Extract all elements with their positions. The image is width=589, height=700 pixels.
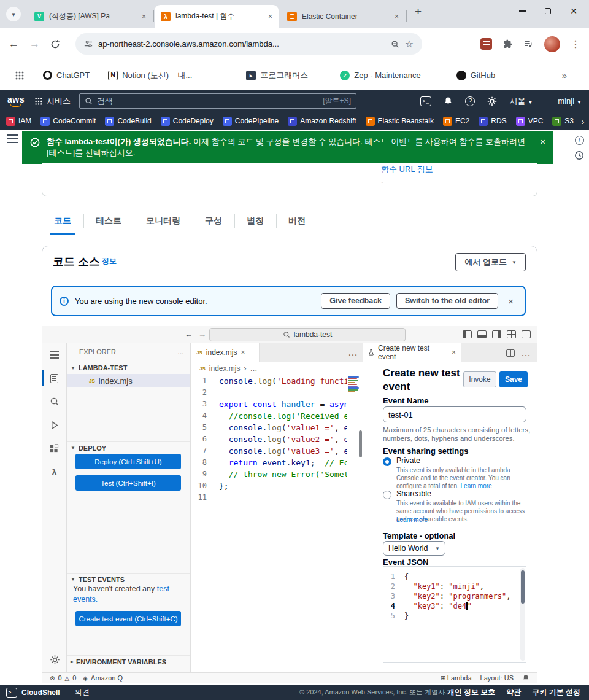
more-actions-icon[interactable]: … xyxy=(521,348,531,359)
amazon-q-label[interactable]: Amazon Q xyxy=(91,674,123,682)
explorer-button[interactable] xyxy=(42,367,66,390)
switch-old-editor-button[interactable]: Switch to the old editor xyxy=(396,293,498,309)
shareable-radio[interactable] xyxy=(383,491,391,499)
flash-close-icon[interactable]: × xyxy=(540,136,545,147)
extensions-puzzle-icon[interactable] xyxy=(502,39,513,49)
apps-grid-icon[interactable] xyxy=(15,71,25,80)
aws-search-box[interactable]: 검색 [알트+S] xyxy=(79,93,356,109)
reload-icon[interactable] xyxy=(50,39,60,49)
toggle-panel-icon[interactable] xyxy=(477,330,487,338)
window-minimize-button[interactable] xyxy=(509,0,535,22)
window-close-button[interactable]: ✕ xyxy=(561,0,587,22)
editor-tab-index-mjs[interactable]: JS index.mjs × xyxy=(191,343,260,362)
test-events-section[interactable]: ▼TEST EVENTS xyxy=(67,573,190,585)
help-icon[interactable]: ? xyxy=(465,96,475,106)
favorite-ec2[interactable]: EC2 xyxy=(443,117,469,126)
notifications-bell-icon[interactable] xyxy=(522,674,529,682)
upload-from-button[interactable]: 에서 업로드▼ xyxy=(455,253,526,271)
zoom-icon[interactable] xyxy=(391,40,399,49)
learn-more-link[interactable]: Learn more xyxy=(396,516,428,523)
tab-monitoring[interactable]: 모니터링 xyxy=(134,207,193,235)
info-panel-button[interactable]: i xyxy=(574,135,584,145)
function-url-info-link[interactable]: 함수 URL 정보 xyxy=(381,164,433,175)
minimap[interactable] xyxy=(348,376,360,393)
privacy-link[interactable]: 개인 정보 보호 xyxy=(447,687,496,698)
feedback-link[interactable]: 의견 xyxy=(75,687,90,698)
layout-status[interactable]: Layout: US xyxy=(480,674,514,682)
new-tab-button[interactable]: + xyxy=(415,5,422,18)
event-json-editor[interactable]: 12345 { "key1": "minji", "key2": "progra… xyxy=(383,566,526,663)
account-menu[interactable]: minji▼ xyxy=(558,96,582,106)
toggle-secondary-sidebar-icon[interactable] xyxy=(492,330,501,338)
favorite-codepipeline[interactable]: CodePipeline xyxy=(223,117,279,126)
tab-aliases[interactable]: 별칭 xyxy=(234,207,276,235)
deploy-button[interactable]: Deploy (Ctrl+Shift+U) xyxy=(75,454,181,469)
favorite-codebuild[interactable]: CodeBuild xyxy=(105,117,151,126)
save-button[interactable]: Save xyxy=(499,371,528,387)
favorite-beanstalk[interactable]: Elastic Beanstalk xyxy=(366,117,434,126)
customize-layout-icon[interactable] xyxy=(522,330,531,338)
favorite-redshift[interactable]: Amazon Redshift xyxy=(288,117,356,126)
region-selector[interactable]: 서울▼ xyxy=(509,96,533,107)
notebook-extension-icon[interactable] xyxy=(480,38,492,50)
code-editor[interactable]: 1234567891011 console.log('Loading funct… xyxy=(191,373,363,672)
tab-configuration[interactable]: 구성 xyxy=(193,207,234,235)
browser-menu-icon[interactable]: ⋮ xyxy=(571,38,580,50)
console-hamburger-icon[interactable] xyxy=(7,138,18,139)
errors-icon[interactable]: ⊗ xyxy=(50,675,55,682)
browser-tab-velog[interactable]: V (작성중) [AWS] Pa × xyxy=(28,5,152,28)
profile-avatar[interactable] xyxy=(544,36,560,52)
favorite-iam[interactable]: IAM xyxy=(6,117,31,126)
browser-tab-ecs[interactable]: Elastic Container × xyxy=(281,5,405,28)
menu-button[interactable] xyxy=(42,343,66,367)
more-actions-icon[interactable]: … xyxy=(177,348,184,356)
bookmarks-overflow-icon[interactable]: » xyxy=(562,70,567,80)
bookmark-programmers[interactable]: ▸프로그래머스 xyxy=(246,70,308,81)
history-panel-button[interactable] xyxy=(574,150,584,160)
tab-close-icon[interactable]: × xyxy=(241,348,245,357)
editor-back-icon[interactable]: ← xyxy=(185,330,193,339)
settings-button[interactable] xyxy=(42,650,67,669)
breadcrumb-file[interactable]: index.mjs xyxy=(209,364,241,373)
settings-gear-icon[interactable] xyxy=(487,96,497,106)
breadcrumb-more[interactable]: … xyxy=(250,364,257,373)
tab-close-icon[interactable]: × xyxy=(268,12,272,21)
test-button[interactable]: Test (Ctrl+Shift+I) xyxy=(75,475,181,491)
panel-tab-create-test-event[interactable]: Create new test event × xyxy=(363,343,461,362)
tab-versions[interactable]: 버전 xyxy=(276,207,318,235)
bookmark-zep[interactable]: ZZep - Maintenance xyxy=(340,71,420,80)
forward-icon[interactable]: → xyxy=(29,38,40,50)
cloudshell-icon[interactable]: >_ xyxy=(420,96,431,106)
give-feedback-button[interactable]: Give feedback xyxy=(321,293,390,309)
search-button[interactable] xyxy=(42,390,66,413)
invoke-button[interactable]: Invoke xyxy=(463,371,496,387)
cloudshell-link[interactable]: >_CloudShell xyxy=(6,688,60,698)
tab-close-icon[interactable]: × xyxy=(142,12,146,21)
favorite-vpc[interactable]: VPC xyxy=(516,117,544,126)
tab-close-icon[interactable]: × xyxy=(395,12,399,21)
browser-tab-lambda[interactable]: λ lambda-test | 함수 × xyxy=(155,5,279,28)
editor-scrollbar[interactable] xyxy=(359,430,362,457)
bookmark-star-icon[interactable]: ☆ xyxy=(405,38,414,50)
aws-toolkit-button[interactable]: λ xyxy=(42,460,66,483)
extensions-button[interactable] xyxy=(42,437,66,460)
bookmark-github[interactable]: GitHub xyxy=(456,71,495,80)
event-name-input[interactable] xyxy=(383,406,526,422)
toggle-sidebar-icon[interactable] xyxy=(463,330,472,338)
private-radio[interactable] xyxy=(383,457,391,466)
environment-variables-section[interactable]: ▸ENVIRONMENT VARIABLES xyxy=(67,655,190,667)
grid-layout-icon[interactable] xyxy=(507,330,516,338)
run-debug-button[interactable] xyxy=(42,413,66,437)
aws-logo[interactable]: aws xyxy=(7,96,25,107)
amazon-q-icon[interactable]: ◈ xyxy=(83,675,88,682)
address-bar[interactable]: ap-northeast-2.console.aws.amazon.com/la… xyxy=(75,33,422,55)
warnings-icon[interactable]: △ xyxy=(65,675,70,682)
editor-forward-icon[interactable]: → xyxy=(198,330,206,339)
create-test-event-button[interactable]: Create test event (Ctrl+Shift+C) xyxy=(75,611,181,626)
favorite-codecommit[interactable]: CodeCommit xyxy=(40,117,96,126)
file-index-mjs[interactable]: JSindex.mjs xyxy=(67,374,190,387)
tab-close-icon[interactable]: × xyxy=(452,348,456,357)
bookmark-chatgpt[interactable]: ChatGPT xyxy=(43,71,90,80)
terms-link[interactable]: 약관 xyxy=(506,687,521,698)
favorite-rds[interactable]: RDS xyxy=(479,117,506,126)
